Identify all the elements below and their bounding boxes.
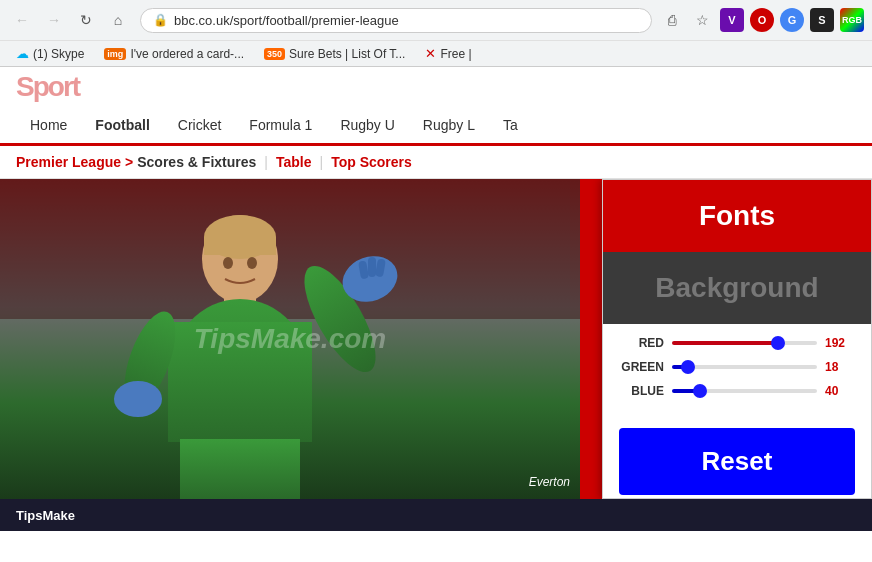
watermark: TipsMake.com	[194, 323, 386, 355]
address-bar-container: 🔒	[140, 8, 652, 33]
svg-point-5	[223, 257, 233, 269]
share-icon[interactable]: ⎙	[660, 8, 684, 32]
ext-v-icon[interactable]: V	[720, 8, 744, 32]
goalkeeper-image: TipsMake.com Everton	[0, 179, 580, 499]
bookmarks-bar: ☁ (1) Skype img I've ordered a card-... …	[0, 40, 872, 66]
ext-g-icon[interactable]: G	[780, 8, 804, 32]
main-content: TipsMake.com Everton Fonts Background RE…	[0, 179, 872, 499]
back-button[interactable]: ←	[8, 6, 36, 34]
skype-icon: ☁	[16, 46, 29, 61]
bookmark-free[interactable]: ✕ Free |	[417, 44, 479, 63]
breadcrumb-league[interactable]: Premier League	[16, 154, 121, 170]
fonts-button[interactable]: Fonts	[603, 180, 871, 252]
svg-rect-4	[204, 237, 276, 255]
blue-slider-row: BLUE 40	[619, 384, 855, 398]
svg-rect-14	[368, 257, 376, 277]
350-icon: 350	[264, 48, 285, 60]
sliders-section: RED 192 GREEN 18 BLUE 40	[603, 324, 871, 420]
toolbar-icons: ⎙ ☆ V O G S RGB	[660, 8, 864, 32]
browser-chrome: ← → ↻ ⌂ 🔒 ⎙ ☆ V O G S RGB ☁ (1) Skype im…	[0, 0, 872, 67]
bookmark-surebets[interactable]: 350 Sure Bets | List Of T...	[256, 45, 413, 63]
home-button[interactable]: ⌂	[104, 6, 132, 34]
green-slider[interactable]	[672, 365, 817, 369]
reload-button[interactable]: ↻	[72, 6, 100, 34]
blue-value: 40	[825, 384, 855, 398]
bookmark-surebets-label: Sure Bets | List Of T...	[289, 47, 405, 61]
green-slider-row: GREEN 18	[619, 360, 855, 374]
svg-rect-17	[180, 439, 300, 499]
green-value: 18	[825, 360, 855, 374]
lock-icon: 🔒	[153, 13, 168, 27]
breadcrumb-arrow: >	[125, 154, 133, 170]
nav-bar: Home Football Cricket Formula 1 Rugby U …	[0, 107, 872, 146]
everton-caption: Everton	[529, 475, 570, 489]
bbc-header: Sport	[0, 67, 872, 107]
breadcrumb-bar: Premier League > Scores & Fixtures | Tab…	[0, 146, 872, 179]
nav-home[interactable]: Home	[16, 107, 81, 143]
footer-bar: TipsMake	[0, 499, 872, 531]
bookmark-star-icon[interactable]: ☆	[690, 8, 714, 32]
breadcrumb-scores: Scores & Fixtures	[137, 154, 256, 170]
red-slider-row: RED 192	[619, 336, 855, 350]
breadcrumb-divider2: |	[319, 154, 323, 170]
breadcrumb-topscorers[interactable]: Top Scorers	[331, 154, 412, 170]
svg-rect-1	[0, 179, 580, 319]
bookmark-skype[interactable]: ☁ (1) Skype	[8, 44, 92, 63]
reset-button[interactable]: Reset	[619, 428, 855, 495]
breadcrumb-divider1: |	[264, 154, 268, 170]
bookmark-card-label: I've ordered a card-...	[130, 47, 244, 61]
address-bar[interactable]	[174, 13, 639, 28]
blue-slider[interactable]	[672, 389, 817, 393]
red-slider[interactable]	[672, 341, 817, 345]
forward-button[interactable]: →	[40, 6, 68, 34]
background-button[interactable]: Background	[603, 252, 871, 324]
svg-point-16	[114, 381, 162, 417]
blue-label: BLUE	[619, 384, 664, 398]
nav-rugbyl[interactable]: Rugby L	[409, 107, 489, 143]
green-label: GREEN	[619, 360, 664, 374]
nav-rugbyu[interactable]: Rugby U	[326, 107, 408, 143]
nav-formula1[interactable]: Formula 1	[235, 107, 326, 143]
website-content: Sport Home Football Cricket Formula 1 Ru…	[0, 67, 872, 499]
color-picker-panel: Fonts Background RED 192 GREEN 18 BLUE	[602, 179, 872, 499]
nav-ta[interactable]: Ta	[489, 107, 532, 143]
footer-brand: TipsMake	[16, 508, 75, 523]
red-label: RED	[619, 336, 664, 350]
x-icon: ✕	[425, 46, 436, 61]
svg-point-6	[247, 257, 257, 269]
nav-buttons: ← → ↻ ⌂	[8, 6, 132, 34]
nav-cricket[interactable]: Cricket	[164, 107, 236, 143]
card-icon: img	[104, 48, 126, 60]
bbc-logo: Sport	[16, 71, 79, 103]
nav-football[interactable]: Football	[81, 107, 163, 143]
ext-o-icon[interactable]: O	[750, 8, 774, 32]
bookmark-skype-label: (1) Skype	[33, 47, 84, 61]
ext-rgb-icon[interactable]: RGB	[840, 8, 864, 32]
breadcrumb-table[interactable]: Table	[276, 154, 312, 170]
bookmark-card[interactable]: img I've ordered a card-...	[96, 45, 252, 63]
red-value: 192	[825, 336, 855, 350]
ext-s-icon[interactable]: S	[810, 8, 834, 32]
bookmark-free-label: Free |	[440, 47, 471, 61]
